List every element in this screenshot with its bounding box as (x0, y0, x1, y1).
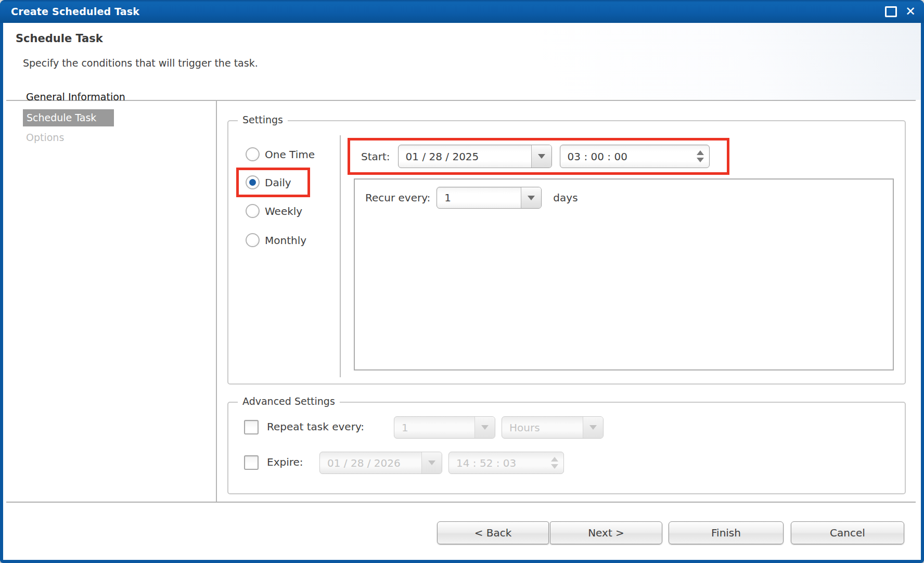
expire-label: Expire: (267, 456, 303, 468)
chevron-down-icon[interactable] (531, 145, 551, 168)
spin-down-icon (551, 464, 558, 469)
radio-monthly-label: Monthly (265, 234, 306, 247)
maximize-icon[interactable] (885, 6, 897, 17)
settings-groupbox: Settings One Time Daily Weekly Monthly (227, 120, 906, 385)
start-date-value: 01 / 28 / 2025 (399, 150, 479, 163)
spin-down-icon[interactable] (697, 158, 704, 162)
chevron-down-icon (474, 417, 495, 438)
repeat-task-row: Repeat task every: 1 Hours (228, 416, 905, 439)
start-highlight-box: Start: 01 / 28 / 2025 03 : 00 : 00 (348, 138, 729, 175)
repeat-interval-dropdown: 1 (394, 416, 495, 439)
daily-highlight-box (236, 168, 310, 197)
spin-up-icon[interactable] (697, 150, 704, 155)
start-label: Start: (361, 150, 390, 163)
repeat-interval-value: 1 (394, 421, 408, 434)
recur-value-dropdown[interactable]: 1 (437, 187, 542, 209)
page-title: Schedule Task (16, 32, 103, 45)
sidebar-divider (216, 100, 217, 502)
expire-time-spinner: 14 : 52 : 03 (448, 452, 564, 474)
advanced-settings-legend: Advanced Settings (238, 395, 340, 407)
settings-legend: Settings (238, 114, 288, 125)
radio-monthly-circle[interactable] (246, 233, 260, 247)
settings-inner-divider (340, 135, 341, 377)
recur-unit-label: days (553, 191, 578, 204)
finish-button[interactable]: Finish (669, 521, 784, 544)
chevron-down-icon[interactable] (521, 187, 541, 208)
create-scheduled-task-dialog: Create Scheduled Task ✕ Schedule Task Sp… (0, 0, 924, 563)
recur-row: Recur every: 1 days (365, 187, 578, 209)
next-button[interactable]: Next > (550, 521, 662, 544)
recur-value: 1 (437, 191, 451, 204)
window-controls: ✕ (885, 0, 916, 23)
header-separator (6, 100, 916, 101)
repeat-unit-value: Hours (502, 421, 540, 434)
chevron-down-icon (421, 452, 442, 474)
radio-weekly-circle[interactable] (246, 204, 260, 218)
window-title: Create Scheduled Task (11, 6, 139, 17)
start-date-dropdown[interactable]: 01 / 28 / 2025 (398, 145, 552, 168)
radio-one-time-label: One Time (265, 148, 315, 161)
spinner-arrows[interactable] (697, 145, 704, 168)
cancel-button[interactable]: Cancel (791, 521, 904, 544)
advanced-settings-groupbox: Advanced Settings Repeat task every: 1 H… (227, 402, 906, 494)
radio-monthly[interactable]: Monthly (246, 233, 306, 247)
daily-options-panel: Recur every: 1 days (354, 178, 894, 370)
footer-separator (6, 502, 916, 503)
radio-one-time[interactable]: One Time (246, 147, 315, 161)
start-time-value: 03 : 00 : 00 (560, 150, 627, 163)
radio-weekly[interactable]: Weekly (246, 204, 302, 218)
sidebar-item-options: Options (26, 132, 64, 143)
radio-weekly-label: Weekly (265, 205, 302, 217)
expire-row: Expire: 01 / 28 / 2026 14 : 52 : 03 (228, 452, 905, 475)
repeat-unit-dropdown: Hours (502, 416, 604, 439)
chevron-down-icon (583, 417, 603, 438)
expire-date-value: 01 / 28 / 2026 (320, 457, 401, 469)
expire-time-value: 14 : 52 : 03 (449, 457, 516, 469)
spin-up-icon (551, 457, 558, 462)
close-icon[interactable]: ✕ (905, 5, 916, 18)
back-button[interactable]: < Back (437, 521, 549, 544)
dialog-content: Schedule Task Specify the conditions tha… (3, 23, 921, 560)
titlebar[interactable]: Create Scheduled Task ✕ (0, 0, 924, 23)
page-subtitle: Specify the conditions that will trigger… (23, 57, 258, 69)
sidebar-item-schedule-task[interactable]: Schedule Task (23, 109, 114, 126)
radio-one-time-circle[interactable] (246, 147, 260, 161)
spinner-arrows (551, 452, 558, 474)
sidebar-item-general-information[interactable]: General Information (26, 91, 125, 103)
start-time-spinner[interactable]: 03 : 00 : 00 (560, 145, 710, 168)
repeat-task-label: Repeat task every: (267, 420, 364, 433)
recur-every-label: Recur every: (365, 191, 430, 204)
expire-checkbox[interactable] (244, 455, 259, 470)
repeat-task-checkbox[interactable] (244, 420, 259, 434)
expire-date-dropdown: 01 / 28 / 2026 (319, 452, 442, 474)
